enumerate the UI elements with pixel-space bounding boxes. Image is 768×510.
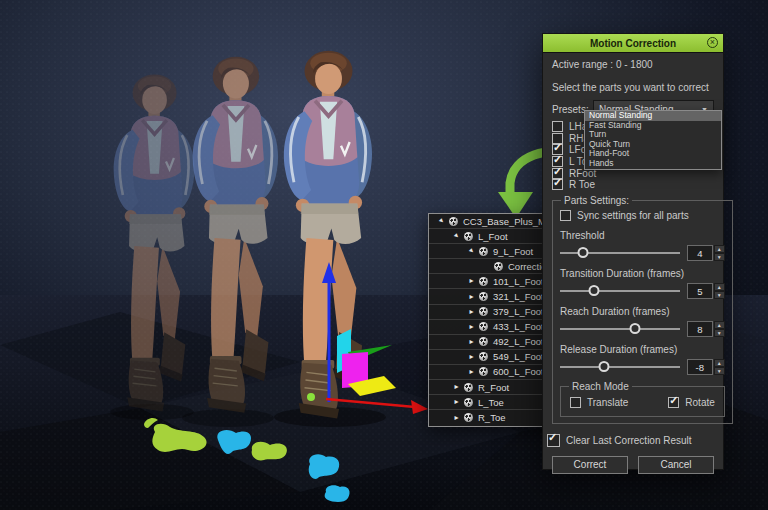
dialog-titlebar[interactable]: Motion Correction × bbox=[543, 34, 723, 53]
bone-node-icon bbox=[464, 383, 473, 392]
ghost-shadow bbox=[182, 409, 274, 427]
bone-node-icon bbox=[449, 217, 458, 226]
tree-row-label: 433_L_Foot bbox=[493, 321, 544, 332]
slider-list: Threshold4▲▼Transition Duration (frames)… bbox=[560, 230, 725, 375]
clear-last-row: Clear Last Correction Result bbox=[547, 434, 714, 447]
preset-option-fast-standing[interactable]: Fast Standing bbox=[585, 121, 721, 131]
part-label-r-toe: R Toe bbox=[569, 179, 595, 190]
slider-label-release-duration-frames: Release Duration (frames) bbox=[560, 344, 725, 355]
motion-correction-dialog: Motion Correction × Active range : 0 - 1… bbox=[542, 33, 724, 470]
preset-option-quick-turn[interactable]: Quick Turn bbox=[585, 140, 721, 150]
value-field-threshold[interactable]: 4 bbox=[687, 245, 713, 261]
slider-label-transition-duration-frames: Transition Duration (frames) bbox=[560, 268, 725, 279]
slider-track-threshold[interactable] bbox=[560, 246, 680, 260]
reach-mode-options: TranslateRotate bbox=[568, 394, 717, 408]
correct-button[interactable]: Correct bbox=[552, 456, 628, 474]
bone-node-icon bbox=[494, 262, 503, 271]
expand-icon[interactable]: ▸ bbox=[467, 323, 476, 331]
clear-last-label: Clear Last Correction Result bbox=[566, 435, 692, 446]
bone-node-icon bbox=[479, 367, 488, 376]
sync-settings-row: Sync settings for all parts bbox=[560, 210, 725, 222]
select-parts-label: Select the parts you want to correct bbox=[552, 82, 714, 93]
spinner-down-icon[interactable]: ▼ bbox=[714, 367, 725, 375]
preset-option-hand-foot[interactable]: Hand-Foot bbox=[585, 149, 721, 159]
expand-icon[interactable]: ▸ bbox=[467, 353, 476, 361]
expand-icon[interactable]: ▸ bbox=[467, 368, 476, 376]
tree-row-label: R_Toe bbox=[478, 412, 505, 423]
spinner-transition-duration-frames: ▲▼ bbox=[714, 283, 725, 299]
dialog-buttons: Correct Cancel bbox=[552, 456, 714, 474]
expand-icon[interactable]: ▸ bbox=[467, 277, 476, 285]
spinner-down-icon[interactable]: ▼ bbox=[714, 329, 725, 337]
checkbox-lhand[interactable] bbox=[552, 121, 563, 132]
tree-row-label: 549_L_Foot bbox=[493, 351, 544, 362]
tree-row-label: 101_L_Foot bbox=[493, 276, 544, 287]
bone-node-icon bbox=[464, 398, 473, 407]
slider-label-reach-duration-frames: Reach Duration (frames) bbox=[560, 306, 725, 317]
gizmo-pivot-dot bbox=[307, 393, 315, 401]
value-field-transition-duration-frames[interactable]: 5 bbox=[687, 283, 713, 299]
cancel-button[interactable]: Cancel bbox=[638, 456, 714, 474]
value-field-release-duration-frames[interactable]: -8 bbox=[687, 359, 713, 375]
bone-node-icon bbox=[464, 232, 473, 241]
expand-icon[interactable]: ▸ bbox=[452, 383, 461, 391]
app-viewport: ▸CC3_Base_Plus_Motion ...▸L_Foot▸9_L_Foo… bbox=[0, 0, 768, 510]
reach-mode-label: Reach Mode bbox=[569, 381, 632, 392]
tree-row-label: 379_L_Foot bbox=[493, 306, 544, 317]
reach-label-translate: Translate bbox=[587, 397, 628, 408]
tree-row-label: L_Foot bbox=[478, 231, 508, 242]
collapse-icon[interactable]: ▸ bbox=[450, 230, 462, 242]
slider-handle-threshold[interactable] bbox=[577, 247, 588, 258]
checkbox-rotate[interactable] bbox=[668, 397, 679, 408]
bone-node-icon bbox=[479, 277, 488, 286]
spinner-down-icon[interactable]: ▼ bbox=[714, 253, 725, 261]
slider-track-reach-duration-frames[interactable] bbox=[560, 322, 680, 336]
spinner-up-icon[interactable]: ▲ bbox=[714, 245, 725, 253]
dialog-body: Active range : 0 - 1800 Select the parts… bbox=[543, 53, 723, 474]
slider-handle-release-duration-frames[interactable] bbox=[599, 361, 610, 372]
bone-node-icon bbox=[479, 307, 488, 316]
spinner-down-icon[interactable]: ▼ bbox=[714, 291, 725, 299]
dialog-title: Motion Correction bbox=[590, 38, 676, 49]
checkbox-r-toe[interactable] bbox=[552, 179, 563, 190]
tree-row-label: 600_L_Foot bbox=[493, 366, 544, 377]
slider-track-transition-duration-frames[interactable] bbox=[560, 284, 680, 298]
expand-icon[interactable]: ▸ bbox=[467, 338, 476, 346]
parts-settings-label: Parts Settings: bbox=[561, 195, 632, 206]
bone-node-icon bbox=[479, 292, 488, 301]
value-field-reach-duration-frames[interactable]: 8 bbox=[687, 321, 713, 337]
expand-icon[interactable]: ▸ bbox=[452, 398, 461, 406]
slider-handle-reach-duration-frames[interactable] bbox=[630, 323, 641, 334]
collapse-icon[interactable]: ▸ bbox=[435, 215, 447, 227]
slider-handle-transition-duration-frames[interactable] bbox=[588, 285, 599, 296]
spinner-reach-duration-frames: ▲▼ bbox=[714, 321, 725, 337]
reach-label-rotate: Rotate bbox=[685, 397, 714, 408]
preset-option-turn[interactable]: Turn bbox=[585, 130, 721, 140]
tree-row-label: R_Foot bbox=[478, 382, 509, 393]
expand-icon[interactable]: ▸ bbox=[467, 293, 476, 301]
presets-dropdown-list: Normal StandingFast StandingTurnQuick Tu… bbox=[584, 110, 722, 170]
expand-icon[interactable]: ▸ bbox=[467, 308, 476, 316]
clear-last-checkbox[interactable] bbox=[547, 434, 560, 447]
reach-opt-translate: Translate bbox=[570, 397, 628, 408]
tree-row-label: L_Toe bbox=[478, 397, 504, 408]
part-row-r-toe: R Toe bbox=[552, 179, 714, 191]
slider-track-release-duration-frames[interactable] bbox=[560, 360, 680, 374]
preset-option-normal-standing[interactable]: Normal Standing bbox=[585, 111, 721, 121]
parts-settings-group: Parts Settings: Sync settings for all pa… bbox=[552, 195, 733, 424]
checkbox-translate[interactable] bbox=[570, 397, 581, 408]
tree-row-label: 9_L_Foot bbox=[493, 246, 533, 257]
sync-settings-label: Sync settings for all parts bbox=[577, 210, 689, 221]
collapse-icon[interactable]: ▸ bbox=[465, 245, 477, 257]
slider-row-transition-duration-frames: 5▲▼ bbox=[560, 283, 725, 299]
preset-option-hands[interactable]: Hands bbox=[585, 159, 721, 169]
slider-row-threshold: 4▲▼ bbox=[560, 245, 725, 261]
spinner-up-icon[interactable]: ▲ bbox=[714, 359, 725, 367]
slider-row-reach-duration-frames: 8▲▼ bbox=[560, 321, 725, 337]
reach-mode-group: Reach Mode TranslateRotate bbox=[560, 381, 725, 417]
sync-settings-checkbox[interactable] bbox=[560, 210, 571, 221]
expand-icon[interactable]: ▸ bbox=[452, 414, 461, 422]
close-icon[interactable]: × bbox=[707, 37, 718, 48]
spinner-up-icon[interactable]: ▲ bbox=[714, 283, 725, 291]
spinner-up-icon[interactable]: ▲ bbox=[714, 321, 725, 329]
